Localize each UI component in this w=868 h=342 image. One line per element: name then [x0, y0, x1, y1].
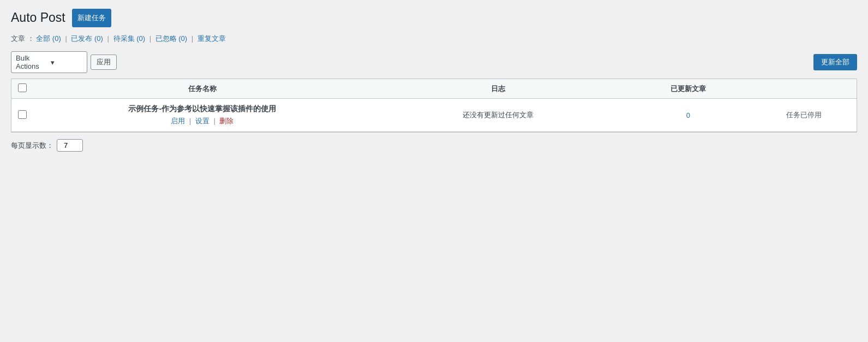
task-name: 示例任务-作为参考以快速掌握该插件的使用	[40, 104, 365, 114]
header-name: 任务名称	[33, 79, 372, 99]
bulk-actions-label: Bulk Actions	[16, 54, 47, 70]
table-row: 示例任务-作为参考以快速掌握该插件的使用 启用 | 设置 | 删除 还没有更新过…	[11, 99, 857, 132]
task-settings-link[interactable]: 设置	[195, 117, 209, 125]
task-enable-link[interactable]: 启用	[171, 117, 185, 125]
chevron-down-icon: ▾	[51, 58, 82, 67]
row-status-cell: 任务已停用	[752, 99, 857, 132]
table-header-row: 任务名称 日志 已更新文章	[11, 79, 857, 99]
row-checkbox[interactable]	[18, 110, 27, 119]
row-checkbox-cell	[11, 99, 33, 132]
new-task-button[interactable]: 新建任务	[72, 9, 111, 27]
header-checkbox-cell	[11, 79, 33, 99]
apply-button[interactable]: 应用	[91, 55, 117, 70]
task-actions: 启用 | 设置 | 删除	[40, 116, 365, 126]
row-name-cell: 示例任务-作为参考以快速掌握该插件的使用 启用 | 设置 | 删除	[33, 99, 372, 132]
task-delete-link[interactable]: 删除	[219, 117, 234, 125]
filter-ignored[interactable]: 已忽略 (0)	[155, 34, 188, 43]
row-count-cell: 0	[625, 99, 751, 132]
task-count-link[interactable]: 0	[686, 111, 690, 119]
filter-label: 文章	[11, 34, 25, 43]
toolbar-left: Bulk Actions ▾ 应用	[11, 51, 117, 73]
per-page-label: 每页显示数：	[11, 141, 53, 151]
task-log-text: 还没有更新过任何文章	[463, 111, 534, 119]
bulk-actions-dropdown[interactable]: Bulk Actions ▾	[11, 51, 87, 73]
filter-all[interactable]: 全部 (0)	[36, 34, 61, 43]
row-log-cell: 还没有更新过任何文章	[372, 99, 625, 132]
page-title: Auto Post	[11, 10, 65, 26]
header-count: 已更新文章	[625, 79, 751, 99]
filter-published[interactable]: 已发布 (0)	[71, 34, 103, 43]
header-log: 日志	[372, 79, 625, 99]
filter-pending[interactable]: 待采集 (0)	[113, 34, 146, 43]
tasks-table: 任务名称 日志 已更新文章 示例任务-作为参考以快速掌握该插件的使用 启用	[11, 79, 857, 133]
filter-bar: 文章 ： 全部 (0) | 已发布 (0) | 待采集 (0) | 已忽略 (0…	[11, 34, 857, 44]
per-page-row: 每页显示数：	[11, 139, 857, 152]
per-page-input[interactable]	[57, 139, 83, 152]
select-all-checkbox[interactable]	[18, 83, 27, 92]
task-status: 任务已停用	[786, 111, 822, 119]
update-all-button[interactable]: 更新全部	[813, 54, 857, 70]
header-status	[752, 79, 857, 99]
toolbar: Bulk Actions ▾ 应用 更新全部	[11, 48, 857, 76]
filter-duplicate[interactable]: 重复文章	[197, 34, 226, 43]
